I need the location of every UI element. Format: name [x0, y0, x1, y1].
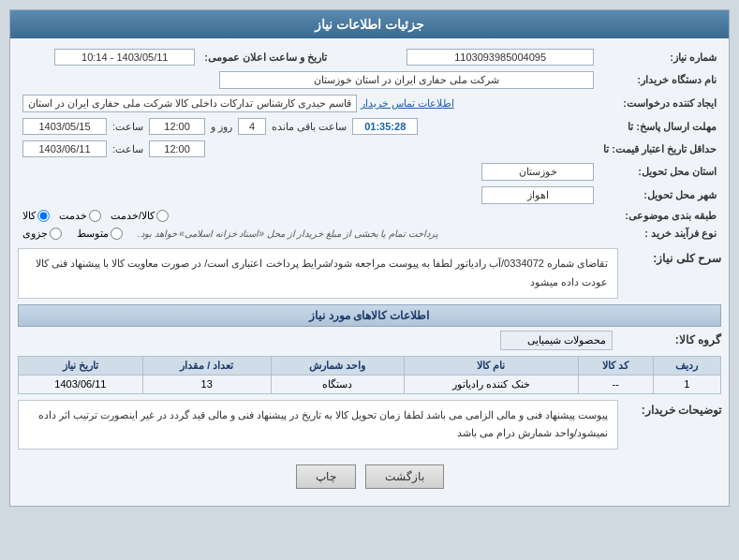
- tabaqe-kala-item[interactable]: کالا: [22, 210, 50, 222]
- name-dastgah-value: شرکت ملی حفاری ایران در استان خوزستان: [18, 68, 599, 92]
- table-cell-tarikh_niaz: 1403/06/11: [19, 375, 143, 393]
- ijad-konande-box: قاسم حیدری کارشناس تدارکات داخلی کالا شر…: [22, 95, 357, 112]
- nooe-jozoi-radio[interactable]: [50, 228, 62, 240]
- content-area: شماره نیاز: 1103093985004095 تاریخ و ساع…: [10, 38, 729, 506]
- table-cell-kod_kala: --: [578, 375, 653, 393]
- shomare-niaz-label: شماره نیاز:: [599, 46, 721, 68]
- tabaqe-kala-khadamat-item[interactable]: کالا/خدمت: [111, 210, 169, 222]
- hadd-akhar-value: 1403/06/11 ساعت: 12:00: [18, 138, 599, 160]
- nooe-motavaset-label: متوسط: [77, 228, 109, 240]
- sarh-koli-box: تقاضای شماره 0334072/آب رادیاتور لطفا به…: [18, 248, 618, 299]
- ijad-konande-value: قاسم حیدری کارشناس تدارکات داخلی کالا شر…: [18, 92, 599, 115]
- tabaqe-kala-khadamat-label: کالا/خدمت: [111, 210, 155, 222]
- mohlat-saat-box: 12:00: [149, 118, 205, 135]
- tarikh-saat-value: 1403/05/11 - 10:14: [18, 46, 200, 68]
- bottom-buttons: بازگشت چاپ: [18, 455, 721, 498]
- table-row: 1--خنک کننده رادیاتوردستگاه131403/06/11: [19, 375, 721, 393]
- nooe-jozoi-item[interactable]: جزوی: [22, 228, 62, 240]
- nooe-jozoi-label: جزوی: [22, 228, 48, 240]
- mohlat-date-box: 1403/05/15: [22, 118, 107, 135]
- shahr-value: اهواز: [18, 184, 599, 207]
- sarh-koli-text: تقاضای شماره 0334072/آب رادیاتور لطفا به…: [36, 258, 608, 287]
- tarikh-saat-box: 1403/05/11 - 10:14: [54, 49, 195, 66]
- col-tarikh: تاریخ نیاز: [19, 356, 143, 375]
- nooe-motavaset-radio[interactable]: [111, 228, 123, 240]
- main-container: جزئیات اطلاعات نیاز شماره نیاز: 11030939…: [9, 9, 730, 507]
- mohlat-saat-label: ساعت:: [112, 121, 143, 133]
- groupe-kala-value: محصولات شیمیایی: [500, 331, 613, 350]
- bazgasht-button[interactable]: بازگشت: [365, 464, 444, 489]
- tabaqe-kala-label: کالا: [22, 210, 36, 222]
- tabaqe-khadamat-radio[interactable]: [89, 210, 101, 222]
- ostan-value: خوزستان: [18, 160, 599, 184]
- nooe-motavaset-item[interactable]: متوسط: [77, 228, 123, 240]
- name-dastgah-box: شرکت ملی حفاری ایران در استان خوزستان: [219, 71, 594, 89]
- col-tedad: تعداد / مقدار: [142, 356, 271, 375]
- tabaqe-value: کالا خدمت کالا/خدمت: [18, 207, 599, 225]
- tozi-label: توضیحات خریدار:: [618, 400, 721, 417]
- tabaqe-khadamat-label: خدمت: [59, 210, 87, 222]
- tabaqe-kala-radio[interactable]: [37, 210, 50, 222]
- shomare-niaz-box: 1103093985004095: [406, 49, 594, 66]
- col-name-kala: نام کالا: [405, 356, 579, 375]
- mohlat-label: مهلت ارسال پاسخ: تا: [599, 115, 721, 138]
- page-title: جزئیات اطلاعات نیاز: [315, 17, 424, 32]
- tamase-link[interactable]: اطلاعات تماس خریدار: [361, 97, 454, 110]
- hadd-akhar-label: حداقل تاریخ اعتبار قیمت: تا: [599, 138, 721, 160]
- col-radif: ردیف: [653, 356, 720, 375]
- nooe-farayand-value: جزوی متوسط پرداخت تمام یا بخشی از مبلغ خ…: [18, 225, 599, 243]
- hadd-akhar-date-box: 1403/06/11: [22, 140, 107, 157]
- table-cell-vahed_shmaris: دستگاه: [271, 375, 405, 393]
- tabaqe-khadamat-item[interactable]: خدمت: [59, 210, 101, 222]
- shomare-niaz-value: 1103093985004095: [360, 46, 599, 68]
- info-table: شماره نیاز: 1103093985004095 تاریخ و ساع…: [18, 46, 721, 243]
- mohlat-rooz-box: 4: [238, 118, 266, 135]
- nooe-farayand-label: نوع فرآیند خرید :: [599, 225, 721, 243]
- table-cell-name_kala: خنک کننده رادیاتور: [405, 375, 579, 393]
- shahr-box: اهواز: [481, 186, 594, 204]
- name-dastgah-label: نام دستگاه خریدار:: [599, 68, 721, 92]
- ostan-label: استان محل تحویل:: [599, 160, 721, 184]
- ijad-konande-label: ایجاد کننده درخواست:: [599, 92, 721, 115]
- sarh-koli-label: سرح کلی نیاز:: [618, 248, 721, 265]
- mohlat-mande-label: ساعت باقی مانده: [272, 121, 347, 133]
- mohlat-value: 1403/05/15 ساعت: 12:00 روز و 4 ساعت باقی…: [18, 115, 599, 138]
- hadd-akhar-saat-box: 12:00: [149, 140, 205, 157]
- chap-button[interactable]: چاپ: [296, 464, 356, 489]
- page-header: جزئیات اطلاعات نیاز: [10, 10, 729, 38]
- tabaqe-label: طبقه بندی موضوعی:: [599, 207, 721, 225]
- hadd-akhar-saat-label: ساعت:: [112, 143, 143, 155]
- ettelaat-section-title: اطلاعات کالاهای مورد نیاز: [18, 304, 721, 327]
- buyer-notes-box: پیوست پیشنهاد فنی و مالی الزامی می باشد …: [18, 400, 618, 450]
- tozi-text: پیوست پیشنهاد فنی و مالی الزامی می باشد …: [38, 409, 608, 439]
- kala-table: ردیف کد کالا نام کالا واحد شمارش تعداد /…: [18, 356, 721, 394]
- ostan-box: خوزستان: [481, 163, 594, 181]
- mohlat-rooz-label: روز و: [211, 121, 232, 133]
- table-cell-tedad_miqdar: 13: [142, 375, 271, 393]
- mohlat-mande-box: 01:35:28: [352, 118, 418, 135]
- nooe-full-text: پرداخت تمام یا بخشی از مبلغ خریدار از مح…: [138, 228, 438, 239]
- tarikh-saat-label: تاریخ و ساعت اعلان عمومی:: [200, 46, 332, 68]
- tabaqe-kala-khadamat-radio[interactable]: [156, 210, 169, 222]
- shahr-label: شهر محل تحویل:: [599, 184, 721, 207]
- table-cell-radif: 1: [653, 375, 720, 393]
- col-kod-kala: کد کالا: [578, 356, 653, 375]
- col-vahed: واحد شمارش: [271, 356, 405, 375]
- groupe-kala-label: گروه کالا:: [618, 333, 721, 346]
